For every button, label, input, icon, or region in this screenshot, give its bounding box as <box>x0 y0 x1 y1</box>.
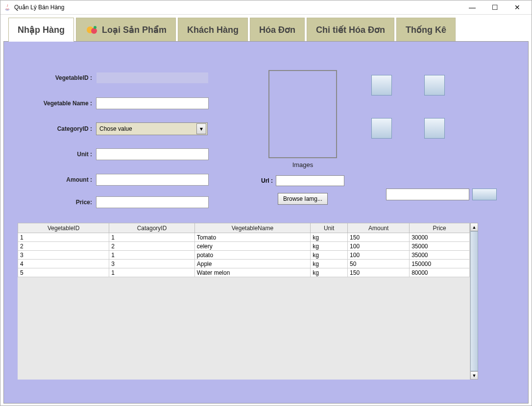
category-id-label: CategoryID : <box>13 125 96 132</box>
tab-bar: Nhập Hàng Loại Sản Phẩm Khách Hàng Hóa Đ… <box>3 18 529 42</box>
maximize-button[interactable]: ☐ <box>484 0 506 14</box>
table-cell: kg <box>311 242 348 251</box>
action-button-1[interactable] <box>371 75 392 96</box>
table-cell: kg <box>311 251 348 260</box>
url-label: Url : <box>261 177 273 184</box>
column-header[interactable]: Unit <box>311 223 348 233</box>
tab-label: Hóa Đơn <box>259 24 295 35</box>
amount-label: Amount : <box>13 176 96 183</box>
tab-label: Nhập Hàng <box>18 24 65 35</box>
java-icon <box>3 3 11 11</box>
table-cell: 30000 <box>410 233 470 242</box>
tab-label: Loại Sản Phẩm <box>102 24 167 35</box>
tab-label: Chi tiết Hóa Đơn <box>316 24 385 35</box>
scroll-up-icon[interactable]: ▲ <box>470 223 478 231</box>
table-cell: 100 <box>348 242 410 251</box>
category-id-select[interactable]: Chose value ▾ <box>96 122 208 135</box>
content-area: Nhập Hàng Loại Sản Phẩm Khách Hàng Hóa Đ… <box>0 15 532 406</box>
select-value: Chose value <box>99 125 132 132</box>
table-cell: 3 <box>109 260 195 268</box>
window-controls: — ☐ ✕ <box>461 0 529 14</box>
table-cell: 1 <box>109 268 195 277</box>
scroll-down-icon[interactable]: ▼ <box>470 371 478 380</box>
table-cell: 2 <box>109 242 195 251</box>
vegetable-name-field[interactable] <box>96 97 209 109</box>
table-cell: kg <box>311 260 348 268</box>
browse-image-button[interactable]: Browse Iamg... <box>278 193 328 205</box>
unit-field[interactable] <box>96 148 209 160</box>
table-cell: 80000 <box>410 268 470 277</box>
action-button-3[interactable] <box>371 118 392 139</box>
table-cell: kg <box>311 268 348 277</box>
window-title: Quản Lý Bán Hàng <box>14 4 461 11</box>
table-cell: 35000 <box>410 251 470 260</box>
table-cell: 1 <box>109 251 195 260</box>
table-cell: 2 <box>18 242 109 251</box>
action-buttons <box>371 75 469 161</box>
price-label: Price: <box>13 199 96 206</box>
column-header[interactable]: VegetableID <box>18 223 109 233</box>
tab-chi-tiet-hoa-don[interactable]: Chi tiết Hóa Đơn <box>307 18 394 42</box>
tab-khach-hang[interactable]: Khách Hàng <box>178 18 248 42</box>
search-input[interactable] <box>386 189 469 200</box>
table-cell: Water melon <box>194 268 310 277</box>
column-header[interactable]: Amount <box>348 223 410 233</box>
table-cell: 1 <box>109 233 195 242</box>
action-button-2[interactable] <box>424 75 445 96</box>
images-caption: Images <box>259 161 347 168</box>
data-table-inner: VegetableIDCatagoryIDVegetableNameUnitAm… <box>18 223 470 380</box>
table-cell: 50 <box>348 260 410 268</box>
tab-hoa-don[interactable]: Hóa Đơn <box>250 18 305 42</box>
table-row[interactable]: 11Tomatokg15030000 <box>18 233 470 242</box>
image-area: Images Url : Browse Iamg... <box>259 70 347 205</box>
minimize-button[interactable]: — <box>461 0 484 14</box>
svg-point-1 <box>91 28 97 34</box>
table-row[interactable]: 31potatokg10035000 <box>18 251 470 260</box>
table-cell: 35000 <box>410 242 470 251</box>
vertical-scrollbar[interactable]: ▲ ▼ <box>470 223 478 380</box>
table-row[interactable]: 51Water melonkg15080000 <box>18 268 470 277</box>
table-cell: 150 <box>348 268 410 277</box>
table-cell: Apple <box>194 260 310 268</box>
search-area <box>386 189 497 200</box>
table-empty-area <box>18 277 470 380</box>
data-table-wrap: VegetableIDCatagoryIDVegetableNameUnitAm… <box>18 223 478 380</box>
table-cell: 150000 <box>410 260 470 268</box>
column-header[interactable]: Price <box>410 223 470 233</box>
action-button-4[interactable] <box>424 118 445 139</box>
unit-label: Unit : <box>13 151 96 158</box>
amount-field[interactable] <box>96 174 209 186</box>
table-row[interactable]: 22celerykg10035000 <box>18 242 470 251</box>
data-table[interactable]: VegetableIDCatagoryIDVegetableNameUnitAm… <box>18 223 470 277</box>
table-cell: 3 <box>18 251 109 260</box>
table-cell: 150 <box>348 233 410 242</box>
table-cell: kg <box>311 233 348 242</box>
scroll-thumb[interactable] <box>470 231 478 371</box>
titlebar: Quản Lý Bán Hàng — ☐ ✕ <box>0 0 532 15</box>
image-preview <box>268 70 337 158</box>
chevron-down-icon: ▾ <box>196 123 206 134</box>
search-button[interactable] <box>472 189 497 200</box>
tab-loai-san-pham[interactable]: Loại Sản Phẩm <box>76 18 176 42</box>
column-header[interactable]: CatagoryID <box>109 223 195 233</box>
table-cell: 1 <box>18 233 109 242</box>
svg-point-2 <box>94 26 97 29</box>
vegetable-id-label: VegetableID : <box>13 74 96 81</box>
table-row[interactable]: 43Applekg50150000 <box>18 260 470 268</box>
url-field[interactable] <box>276 175 344 186</box>
close-button[interactable]: ✕ <box>506 0 529 14</box>
fruit-icon <box>85 23 99 37</box>
table-cell: 5 <box>18 268 109 277</box>
tab-label: Khách Hàng <box>187 25 239 35</box>
tab-label: Thống Kê <box>406 24 446 35</box>
tab-panel-nhap-hang: VegetableID : Vegetable Name : CategoryI… <box>3 41 529 404</box>
table-cell: 4 <box>18 260 109 268</box>
vegetable-id-field <box>96 72 209 84</box>
tab-thong-ke[interactable]: Thống Kê <box>396 18 456 42</box>
table-cell: 100 <box>348 251 410 260</box>
column-header[interactable]: VegetableName <box>194 223 310 233</box>
price-field[interactable] <box>96 196 209 208</box>
tab-nhap-hang[interactable]: Nhập Hàng <box>8 18 74 42</box>
table-cell: potato <box>194 251 310 260</box>
form-area: VegetableID : Vegetable Name : CategoryI… <box>13 71 218 221</box>
